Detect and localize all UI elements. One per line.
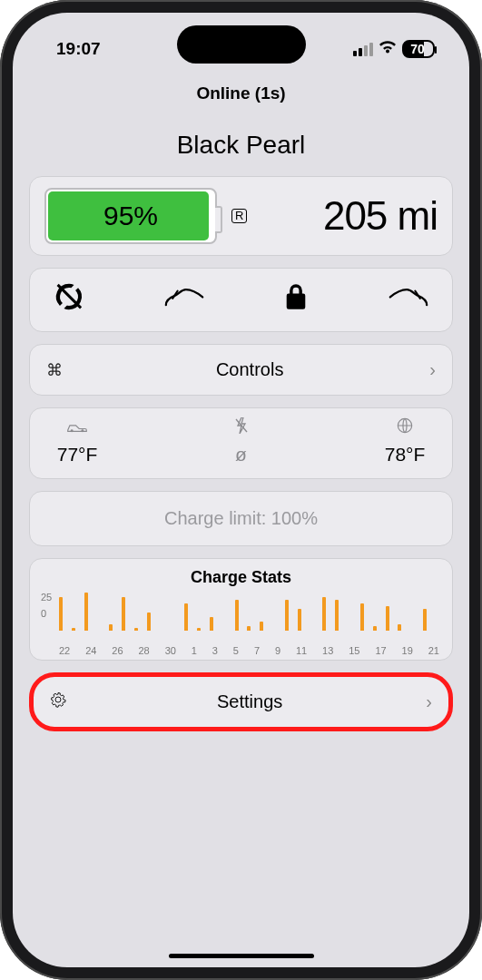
flash-off-icon bbox=[235, 417, 248, 438]
svg-point-1 bbox=[81, 429, 84, 432]
gear-icon bbox=[50, 691, 74, 712]
charge-limit-label: Charge limit: bbox=[164, 508, 266, 528]
interior-temp: 77°F bbox=[57, 444, 98, 466]
dynamic-island bbox=[177, 25, 306, 64]
home-indicator[interactable] bbox=[169, 954, 314, 958]
exterior-temp: 78°F bbox=[385, 444, 426, 466]
settings-row[interactable]: Settings › bbox=[29, 672, 453, 731]
soc-percent: 95% bbox=[103, 201, 158, 231]
settings-label: Settings bbox=[74, 691, 426, 712]
controls-row[interactable]: ⌘ Controls › bbox=[29, 344, 453, 396]
climate-off-icon[interactable] bbox=[54, 281, 84, 318]
rated-flag: R bbox=[231, 209, 247, 223]
battery-range-card[interactable]: 95% R 205 mi bbox=[29, 176, 453, 256]
svg-point-0 bbox=[71, 429, 74, 432]
charge-limit-value: 100% bbox=[271, 508, 318, 528]
climate-card[interactable]: 77°F ø 78°F bbox=[29, 407, 453, 479]
battery-status-icon: 70 bbox=[402, 40, 435, 58]
charge-limit-card[interactable]: Charge limit: 100% bbox=[29, 491, 453, 546]
chevron-right-icon: › bbox=[429, 359, 436, 380]
soc-battery-icon: 95% bbox=[44, 188, 217, 244]
globe-icon bbox=[397, 417, 413, 438]
wifi-icon bbox=[379, 40, 397, 59]
vehicle-name: Black Pearl bbox=[29, 118, 453, 176]
quick-actions-card bbox=[29, 268, 453, 332]
charge-stats-chart: 25 0 bbox=[43, 593, 439, 642]
page-title: Online (1s) bbox=[13, 65, 469, 118]
cellular-icon bbox=[353, 43, 373, 56]
lock-icon[interactable] bbox=[283, 282, 309, 318]
command-icon: ⌘ bbox=[46, 360, 70, 380]
charge-stats-card[interactable]: Charge Stats 25 0 2224262830135791113151… bbox=[29, 558, 453, 661]
chevron-right-icon: › bbox=[426, 691, 432, 712]
frunk-icon[interactable] bbox=[164, 284, 204, 316]
car-interior-icon bbox=[67, 420, 87, 438]
charge-stats-title: Charge Stats bbox=[43, 566, 439, 593]
trunk-icon[interactable] bbox=[389, 284, 428, 316]
climate-mid: ø bbox=[235, 444, 247, 466]
status-time: 19:07 bbox=[56, 39, 101, 59]
range-value: 205 mi bbox=[256, 193, 438, 239]
controls-label: Controls bbox=[70, 359, 429, 380]
